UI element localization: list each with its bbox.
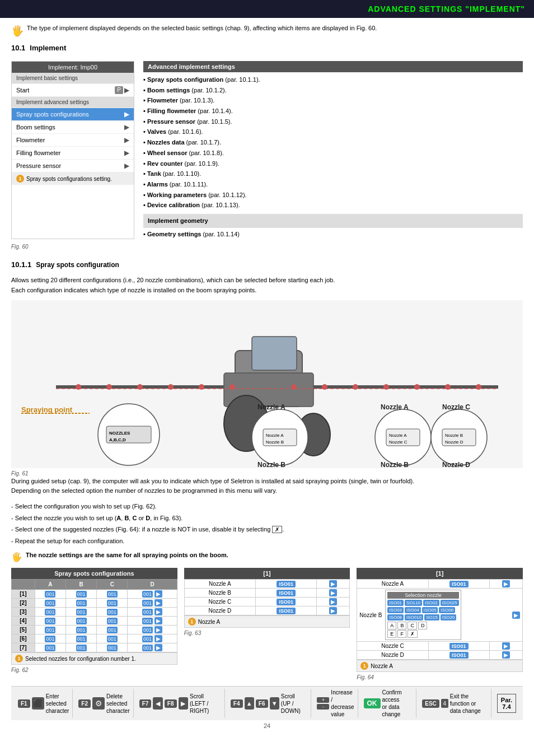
bullet-list: - Select the configuration you wish to s… bbox=[11, 501, 523, 548]
menu-item-basic-settings: Implement basic settings bbox=[12, 73, 134, 84]
bold-notice: 🖐 The nozzle settings are the same for a… bbox=[11, 552, 523, 562]
f7f8-desc: Scroll(LEFT / RIGHT) bbox=[190, 693, 221, 715]
f2-desc: Deleteselectedcharacter bbox=[106, 693, 130, 715]
menu-footer: 1 Spray spots configurations setting. bbox=[12, 172, 134, 185]
table-row[interactable]: [7] 001 001 001 001 ▶ bbox=[12, 643, 177, 652]
header-highlight: "IMPLEMENT" bbox=[465, 4, 525, 13]
fn-group-f4f6: F4 ▲ F6 ▼ Scroll(UP / DOWN) bbox=[227, 689, 312, 718]
function-bar: F1 ⬛ Enterselectedcharacter F2 ⚙ Deletes… bbox=[11, 686, 523, 720]
bold-notice-text: The nozzle settings are the same for all… bbox=[26, 552, 228, 558]
fig61-label: Fig. 61 bbox=[11, 470, 523, 477]
menu-footer-text: Spray spots configurations setting. bbox=[26, 176, 112, 182]
table-row[interactable]: Nozzle B Selection nozzle ISO01 SO110 IS… bbox=[357, 589, 523, 642]
fn-group-esc: ESC 4 Exit the function ordata change bbox=[419, 689, 491, 718]
inc-dec-desc: Increase /decreasevalue bbox=[331, 689, 354, 718]
desc1: Allows setting 20 different configuratio… bbox=[11, 276, 523, 295]
subsection-title: Spray spots configuration bbox=[36, 261, 119, 269]
selection-nozzle-popup[interactable]: Selection nozzle ISO01 SO110 ISO02 ISO02… bbox=[385, 590, 461, 640]
tractor-svg: Spraying point NOZZLES A,B,C,D Nozzle A … bbox=[11, 300, 523, 468]
svg-text:Spraying point: Spraying point bbox=[21, 405, 73, 414]
f6-key[interactable]: F6 bbox=[256, 699, 268, 708]
right-arrow-icon: ▶ bbox=[179, 697, 188, 710]
table-right-footer: 1 Nozzle A bbox=[357, 660, 523, 672]
svg-text:NOZZLES: NOZZLES bbox=[109, 431, 130, 436]
table-row[interactable]: Nozzle B ISO01 ▶ bbox=[184, 589, 350, 598]
config-tbl-left: A B C D [1] 001 001 001 001 ▶ bbox=[11, 579, 177, 652]
fn-group-f1: F1 ⬛ Enterselectedcharacter bbox=[15, 689, 73, 718]
esc-key[interactable]: ESC bbox=[422, 699, 439, 708]
svg-text:Nozzle B: Nozzle B bbox=[445, 433, 463, 438]
subsection-number: 10.1.1 bbox=[11, 260, 31, 269]
table-row[interactable]: Nozzle C ISO01 ▶ bbox=[357, 642, 523, 651]
table-row[interactable]: [5] 001 001 001 001 ▶ bbox=[12, 626, 177, 634]
ok-button[interactable]: OK bbox=[364, 698, 381, 708]
svg-rect-7 bbox=[252, 337, 297, 370]
iso-options-row3: ISO08 ISO010 SO15 ISO20 bbox=[387, 614, 458, 620]
menu-item-boom[interactable]: Boom settings ▶ bbox=[12, 121, 134, 134]
f7-key[interactable]: F7 bbox=[139, 699, 152, 708]
svg-text:Nozzle C: Nozzle C bbox=[442, 403, 470, 411]
config-tbl-right: Nozzle A ISO01 ▶ Nozzle B Selection nozz… bbox=[357, 579, 523, 660]
up-arrow-icon: ▲ bbox=[245, 697, 254, 710]
increase-icon: + bbox=[317, 697, 329, 703]
iso-options-row2: ISO03 ISO04 ISO05 ISO06 bbox=[387, 607, 458, 613]
esc-desc: Exit the function ordata change bbox=[450, 693, 488, 715]
fig62-label: Fig. 62 bbox=[11, 667, 177, 673]
table-middle-footer: 1 Nozzle A bbox=[184, 615, 350, 628]
notice-icon: 🖐 bbox=[11, 25, 24, 37]
config-tables: Spray spots configurations A B C D [1] 0… bbox=[11, 568, 523, 680]
svg-text:Nozzle C: Nozzle C bbox=[389, 440, 407, 445]
delete-icon: ⚙ bbox=[92, 697, 105, 710]
f4-key[interactable]: F4 bbox=[231, 699, 243, 708]
section-title: Implement bbox=[30, 44, 66, 52]
f8-key[interactable]: F8 bbox=[165, 699, 177, 708]
fn-group-f2: F2 ⚙ Deleteselectedcharacter bbox=[75, 689, 133, 718]
f2-key[interactable]: F2 bbox=[78, 699, 91, 708]
table-row[interactable]: Nozzle C ISO01 ▶ bbox=[184, 598, 350, 606]
f1-key[interactable]: F1 bbox=[18, 699, 30, 708]
info-title: Advanced implement settings bbox=[143, 61, 523, 72]
menu-item-start[interactable]: Start P ▶ bbox=[12, 84, 134, 97]
menu-item-flowmeter[interactable]: Flowmeter ▶ bbox=[12, 134, 134, 147]
menu-item-pressure[interactable]: Pressure sensor ▶ bbox=[12, 160, 134, 172]
table-row[interactable]: Nozzle D ISO01 ▶ bbox=[184, 606, 350, 615]
ok-desc: Confirm accessor data change bbox=[382, 689, 413, 718]
section-number: 10.1 bbox=[11, 44, 25, 52]
menu-item-spray-spots[interactable]: Spray spots configurations ▶ bbox=[12, 108, 134, 121]
fn-group-ok: OK Confirm accessor data change bbox=[360, 689, 417, 718]
table-row[interactable]: [6] 001 001 001 001 ▶ bbox=[12, 634, 177, 643]
iso-options-row1: ISO01 SO110 ISO02 ISO025 bbox=[387, 600, 458, 606]
svg-text:Nozzle B: Nozzle B bbox=[266, 440, 284, 445]
tractor-diagram: Spraying point NOZZLES A,B,C,D Nozzle A … bbox=[11, 300, 523, 468]
spray-spots-table: Spray spots configurations A B C D [1] 0… bbox=[11, 568, 177, 680]
spray-spots-header: Spray spots configurations bbox=[11, 568, 177, 579]
iso-select-table: [1] Nozzle A ISO01 ▶ Nozzle B Select bbox=[357, 568, 523, 680]
table-row[interactable]: [1] 001 001 001 001 ▶ bbox=[12, 590, 177, 599]
table-row[interactable]: [4] 001 001 001 001 ▶ bbox=[12, 617, 177, 626]
table-row[interactable]: Nozzle D ISO01 ▶ bbox=[357, 651, 523, 660]
svg-text:Nozzle A: Nozzle A bbox=[257, 403, 285, 411]
abcd-row: A B C D bbox=[387, 622, 458, 629]
fig60-label: Fig. 60 bbox=[11, 244, 523, 250]
config-tbl-middle: Nozzle A ISO01 ▶ Nozzle B ISO01 ▶ Nozzle… bbox=[184, 579, 350, 615]
nozzle-select-table: [1] Nozzle A ISO01 ▶ Nozzle B ISO01 ▶ No… bbox=[184, 568, 350, 680]
menu-item-filling[interactable]: Filling flowmeter ▶ bbox=[12, 147, 134, 160]
menu-title: Implement: Imp00 bbox=[12, 62, 134, 73]
decrease-icon: - bbox=[317, 704, 329, 710]
fn-group-inc-dec: + - Increase /decreasevalue bbox=[313, 689, 358, 718]
menu-box: Implement: Imp00 Implement basic setting… bbox=[11, 61, 134, 239]
par-box: Par.7.4 bbox=[497, 694, 516, 713]
table-row[interactable]: Nozzle A ISO01 ▶ bbox=[184, 580, 350, 589]
table-row[interactable]: Nozzle A ISO01 ▶ bbox=[357, 580, 523, 589]
esc-icon: 4 bbox=[441, 699, 448, 708]
circle-badge-left: 1 bbox=[15, 655, 23, 662]
selection-nozzle-title: Selection nozzle bbox=[387, 592, 458, 599]
top-notice: 🖐 The type of implement displayed depend… bbox=[11, 25, 523, 37]
table-row[interactable]: [3] 001 001 001 001 ▶ bbox=[12, 608, 177, 617]
table-row[interactable]: [2] 001 001 001 001 ▶ bbox=[12, 599, 177, 608]
page-number: 24 bbox=[11, 722, 523, 729]
svg-text:Nozzle A: Nozzle A bbox=[266, 433, 284, 438]
fig64-label: Fig. 64 bbox=[357, 674, 523, 680]
top-notice-text: The type of implement displayed depends … bbox=[27, 25, 377, 31]
notice2-icon: 🖐 bbox=[11, 552, 22, 562]
